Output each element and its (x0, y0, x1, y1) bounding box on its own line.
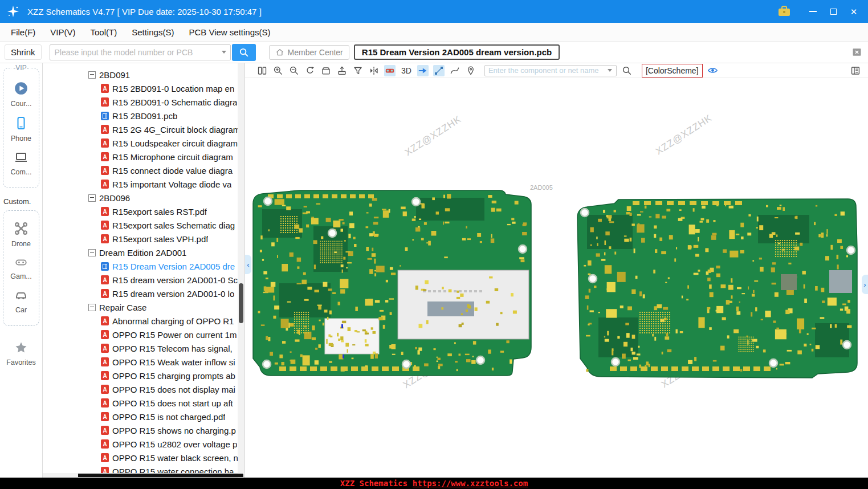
shrink-button[interactable]: Shrink (5, 44, 42, 60)
tree-file-row[interactable]: AR15 dream version 2AD001-0 Sc (43, 273, 238, 287)
model-search-button[interactable] (232, 44, 256, 61)
tree-folder-row[interactable]: 2BD096 (43, 191, 238, 205)
tree-file-row[interactable]: AR15 2BD091-0 Schematic diagra (43, 95, 238, 109)
sidebar-item-car[interactable]: Car (3, 288, 39, 314)
measure-icon[interactable] (433, 65, 445, 76)
tree-file-row[interactable]: AR15export sales VPH.pdf (43, 232, 238, 246)
pdf-file-icon: A (101, 221, 109, 230)
active-document-tab[interactable]: R15 Dream Version 2AD005 dream version.p… (354, 44, 560, 60)
board-top-icon[interactable] (320, 65, 332, 76)
member-center-button[interactable]: Member Center (269, 45, 349, 60)
file-tree-panel: 2BD091AR15 2BD091-0 Location map enAR15 … (43, 63, 245, 478)
pdf-file-icon: A (101, 412, 109, 421)
tree-file-row[interactable]: AOPPO R15 does not start up aft (43, 396, 238, 410)
minimize-button[interactable] (804, 4, 821, 19)
menu-item-vip[interactable]: VIP(V) (43, 27, 83, 37)
file-tree: 2BD091AR15 2BD091-0 Location map enAR15 … (43, 63, 238, 473)
tree-item-label: OPPO R15 Power on current 1m (112, 330, 237, 340)
tree-file-row[interactable]: AOPPO R15 does not display mai (43, 382, 238, 396)
tree-file-row[interactable]: AR15 2BD091-0 Location map en (43, 82, 238, 95)
collapse-left-handle[interactable]: ‹ (245, 255, 251, 274)
tree-folder-row[interactable]: Dream Edition 2AD001 (43, 246, 238, 259)
tree-file-row[interactable]: AR15 2G 4G_Circuit block diagram (43, 123, 238, 136)
3d-label[interactable]: 3D (401, 66, 411, 75)
sidebar-item-computer[interactable]: Com... (3, 150, 39, 176)
zoom-in-icon[interactable] (272, 65, 284, 76)
sidebar-item-game[interactable]: Gam... (3, 256, 39, 280)
tree-folder-row[interactable]: 2BD091 (43, 68, 238, 82)
tree-file-row[interactable]: R15 2BD091.pcb (43, 109, 238, 123)
zoom-out-icon[interactable] (288, 65, 300, 76)
tree-item-label: R15export sales RST.pdf (112, 207, 207, 217)
gold-badge-icon[interactable] (776, 4, 793, 19)
tree-file-row[interactable]: AOPPO R15 Weak water inflow si (43, 355, 238, 369)
menu-item-file[interactable]: File(F) (3, 27, 43, 37)
tree-file-row[interactable]: AOPPO R15 charging prompts ab (43, 369, 238, 382)
tree-horizontal-scrollbar[interactable] (43, 473, 238, 478)
filter-icon[interactable] (352, 65, 364, 76)
sidebar-item-course[interactable]: Cour... (3, 81, 39, 108)
colorscheme-button[interactable]: [ColorScheme] (642, 64, 703, 78)
refresh-icon[interactable] (304, 65, 316, 76)
tree-item-label: OPPO R15 is not charged.pdf (112, 412, 225, 422)
tree-item-label: OPPO R15 shows no charging.p (112, 426, 236, 435)
tree-item-label: R15 Loudspeaker circuit diagram (112, 138, 238, 148)
tree-vertical-scrollbar[interactable] (238, 63, 244, 473)
horizontal-scrollbar-thumb[interactable] (78, 474, 243, 477)
tree-file-row[interactable]: AR15 dream version 2AD001-0 lo (43, 287, 238, 300)
tree-item-label: OPPO R15 charging prompts ab (112, 371, 235, 381)
maximize-button[interactable] (825, 4, 842, 19)
model-search-input[interactable] (50, 48, 218, 57)
statusbar-url[interactable]: https://www.xzztools.com (413, 479, 528, 488)
curve-icon[interactable] (449, 65, 461, 76)
tree-file-row[interactable]: AR15 important Voltage diode va (43, 177, 238, 191)
vertical-scrollbar-thumb[interactable] (239, 283, 243, 323)
sidebar-item-label: Car (15, 306, 27, 314)
menu-item-pcb-view-settings[interactable]: PCB View settings(S) (181, 27, 278, 37)
pdf-file-icon: A (101, 152, 109, 161)
pdf-file-icon: A (101, 84, 109, 93)
sidebar-item-drone[interactable]: Drone (3, 221, 39, 248)
chevron-down-icon[interactable] (222, 51, 226, 54)
tree-file-row[interactable]: AR15export sales Schematic diag (43, 218, 238, 232)
panel-toggle-icon[interactable] (850, 65, 861, 76)
component-search-input[interactable] (485, 66, 604, 75)
close-panel-icon[interactable] (851, 47, 862, 58)
vip-section-label: -VIP- (11, 64, 30, 72)
split-view-icon[interactable] (256, 65, 268, 76)
tree-file-row[interactable]: AR15 connect diode value diagra (43, 164, 238, 177)
chevron-down-icon[interactable] (608, 69, 612, 72)
board-bottom-icon[interactable] (336, 65, 348, 76)
pdf-file-icon: A (101, 344, 109, 353)
tree-file-row[interactable]: AOPPO R15 Power on current 1m (43, 328, 238, 341)
menu-item-tool[interactable]: Tool(T) (83, 27, 125, 37)
svg-text:XZZ@XZZHK: XZZ@XZZHK (403, 113, 463, 158)
eye-icon[interactable] (707, 65, 719, 76)
star-icon (14, 341, 28, 357)
close-button[interactable]: ✕ (845, 4, 862, 19)
collapse-right-handle[interactable]: › (862, 275, 868, 294)
tree-folder-row[interactable]: Repair Case (43, 300, 238, 314)
sidebar-item-favorites[interactable]: Favorites (0, 341, 42, 366)
tree-file-row[interactable]: R15 Dream Version 2AD005 dre (43, 259, 238, 273)
tree-file-row[interactable]: AR15 Loudspeaker circuit diagram (43, 136, 238, 150)
sidebar-item-phone[interactable]: Phone (3, 116, 39, 142)
tree-file-row[interactable]: AOPPO R15 water connection ha (43, 464, 238, 473)
net-search-icon[interactable] (621, 65, 633, 76)
tree-file-row[interactable]: AOPPO R15 Telecom has signal, (43, 341, 238, 355)
pcb-canvas[interactable]: XZZ@XZZHKXZZ@XZZHKXZZ@XZZHKXZZ@XZZHK2AD0… (245, 78, 868, 478)
pin-icon[interactable] (465, 65, 476, 76)
tree-file-row[interactable]: AOPPO R15 water black screen, n (43, 451, 238, 464)
mirror-flip-icon[interactable] (368, 65, 380, 76)
tree-file-row[interactable]: AOPPO R15 u2802 over voltage p (43, 437, 238, 451)
menu-bar: File(F)VIP(V)Tool(T)Settings(S)PCB View … (0, 23, 868, 42)
tree-file-row[interactable]: AAbnormal charging of OPPO R1 (43, 314, 238, 328)
menu-item-settings[interactable]: Settings(S) (124, 27, 181, 37)
pdf-file-icon: A (101, 453, 109, 462)
tree-file-row[interactable]: AR15 Microphone circuit diagram (43, 150, 238, 164)
jump-arrow-icon[interactable] (417, 65, 429, 76)
tree-file-row[interactable]: AOPPO R15 is not charged.pdf (43, 410, 238, 423)
tree-file-row[interactable]: AR15export sales RST.pdf (43, 205, 238, 218)
3d-glasses-icon[interactable] (384, 65, 396, 76)
tree-file-row[interactable]: AOPPO R15 shows no charging.p (43, 423, 238, 437)
